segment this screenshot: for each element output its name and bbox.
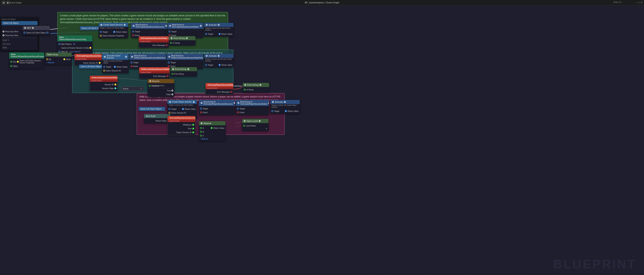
app-title: Event Graph	[10, 2, 22, 4]
target-out	[46, 32, 48, 34]
set-node: SET Game Lift Client Object	[22, 26, 50, 35]
open-level-node: Open Level Level Name ▼	[242, 119, 268, 131]
print-string-2: Print String Print String	[170, 67, 197, 77]
target-in	[24, 32, 26, 34]
on-create-failed-event: OnCreateGameSessionFailed_Event Custom E…	[138, 36, 169, 48]
add-pin-make-array[interactable]: + Add pin	[45, 61, 72, 64]
blueprint-canvas[interactable]: Creates a multi player game session for …	[0, 5, 644, 275]
activate-1: Activate Target is Game Lift Create Game…	[204, 23, 234, 37]
nav-arrows[interactable]: ◀ ▶	[2, 1, 10, 5]
make-server-props-node: Make GameLiftGameSessionServerProperties…	[9, 52, 44, 69]
branch-node: Branch Condition True False	[148, 79, 174, 97]
on-player-success-event: OnCreatePlayerSessionSuccess_Event Custo…	[168, 116, 196, 135]
print-string-3: Print String In String	[242, 83, 269, 92]
describe-game-session-node: Describe Game Session Target is Game Lif…	[102, 54, 129, 73]
bind-describe-success: Bind Event to OnDescribeGameSessionState…	[130, 54, 166, 69]
left-panel-title: Game Lift Object	[2, 18, 38, 20]
gamelift-client-node: Game Lift Object Return Value Press Key …	[2, 21, 38, 50]
bind-event-success-1: Bind Event to OnCreateGameSessionSuccess…	[131, 23, 167, 38]
bind-describe-failed: Bind Event to OnDescribeGameSessionState…	[167, 54, 203, 69]
exec-out	[32, 27, 34, 29]
on-describe-success-event: OnDescribeGameSessionStateSuccess_Event …	[90, 76, 118, 91]
append-node: Append A Return Value B C + Add pin	[199, 121, 226, 141]
breadcrumb: BP_GameInstance > Event Graph	[305, 1, 339, 4]
on-create-success-event: OnCreateGameSessionSuccess_Event Custom …	[74, 54, 102, 66]
exec-pin	[2, 30, 4, 33]
window-controls[interactable]: ― □ ✕	[636, 1, 642, 4]
active-enum-select[interactable]: Active ▼	[121, 87, 144, 91]
branch-condition-label: Branch Condition	[150, 85, 166, 87]
gamelift-client-ref-2: Game Lift Client Object	[79, 65, 105, 69]
on-describe-failed-event: OnDescribeGameSessionStateFailed_Event C…	[139, 67, 170, 79]
title-bar: ◀ ▶ Event Graph BP_GameInstance > Event …	[0, 0, 644, 5]
bind-player-success: Bind Event to OnCreatePlayerSessionSucce…	[199, 100, 235, 115]
blueprint-watermark: BLUEPRINT	[553, 257, 636, 271]
print-string-1: Print String In String	[169, 36, 196, 46]
bind-player-failed: Bind Event to OnCreatePlayerSessionFaile…	[236, 100, 269, 115]
new-guid-node: New Guid Return Value	[144, 114, 170, 123]
gamelift-client-ref-3: Game Lift Client Object	[138, 107, 165, 111]
exec-pin2	[2, 34, 4, 36]
back-button[interactable]: ◀	[2, 1, 5, 5]
activate-3: Activate Target is Game Lift Create Play…	[270, 100, 300, 114]
exec-in	[24, 27, 26, 29]
forward-button[interactable]: ▶	[6, 1, 10, 5]
bind-event-failed-1: Bind Event to OnCreateGameSessionFailed …	[168, 23, 204, 38]
make-array-node: Make Array [d] Array + Add pin	[45, 52, 72, 65]
on-player-failed-event: OnCreatePlayerSessionFailed_Event Custom…	[205, 83, 234, 95]
add-pin-button[interactable]: + Add pin	[199, 138, 226, 140]
page-indicator: Node 14	[613, 1, 621, 3]
create-game-session-node: Create Game Session Target is Game Lift …	[99, 23, 128, 38]
activate-2: Activate Target is Game Lift Describe Ga…	[204, 54, 234, 68]
